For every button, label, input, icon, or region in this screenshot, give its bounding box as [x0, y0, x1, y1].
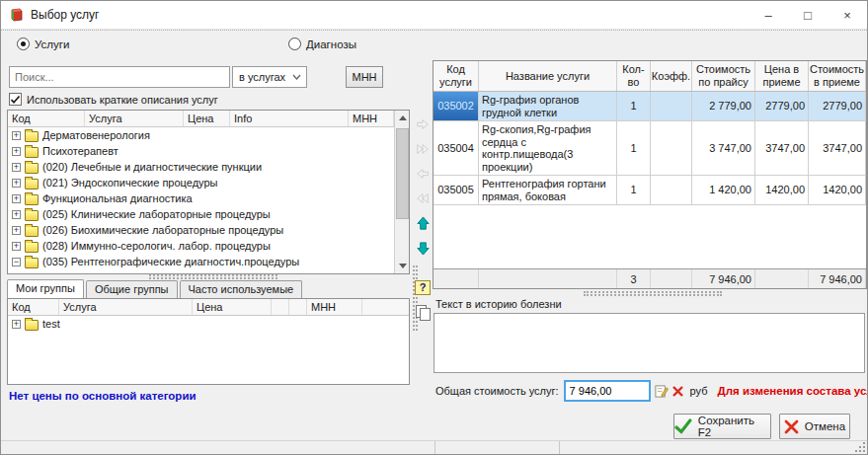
right-splitter-handle[interactable] [584, 291, 722, 296]
mnn-button[interactable]: МНН [346, 66, 383, 88]
tree-column-header[interactable]: МНН [349, 111, 394, 126]
total-cost-row: Общая стоимость услуг: руб Для изменения… [435, 379, 867, 403]
move-up-button[interactable] [413, 213, 433, 233]
copy-icon [416, 305, 430, 319]
tree-item[interactable]: +(025) Клинические лабораторные процедур… [8, 206, 394, 222]
totals-cell: 3 [617, 269, 651, 288]
cancel-x-icon [784, 419, 799, 434]
scroll-down-icon[interactable] [395, 259, 410, 273]
services-column-header[interactable]: Кол- во [617, 61, 651, 91]
group-item[interactable]: +test [8, 316, 409, 332]
tree-column-header[interactable]: Код [8, 111, 85, 126]
tree-item[interactable]: +Дерматовенерология [8, 127, 394, 143]
move-all-right-button[interactable] [413, 139, 433, 159]
folder-icon [25, 131, 39, 142]
diagnoses-radio-label: Диагнозы [306, 38, 356, 50]
tab-my-groups[interactable]: Мои группы [7, 279, 84, 298]
status-cell-1 [1, 441, 435, 454]
group-item-label: test [42, 318, 60, 330]
tree-column-header[interactable]: Цена [184, 111, 230, 126]
title-bar: Выбор услуг – □ × [1, 1, 867, 30]
expand-icon[interactable]: + [12, 147, 21, 156]
groups-column-header[interactable]: Услуга [59, 299, 193, 315]
cancel-button[interactable]: Отмена [779, 414, 850, 439]
groups-column-header[interactable] [272, 299, 289, 315]
minimize-button[interactable]: – [749, 1, 788, 30]
top-splitter [1, 30, 867, 31]
left-splitter-handle[interactable] [149, 274, 277, 279]
tree-item[interactable]: +Психотерапевт [8, 143, 394, 159]
services-radio-label: Услуги [35, 38, 69, 50]
expand-icon[interactable]: + [12, 131, 21, 140]
tree-item-child[interactable]: 035 Rg-скопия грудной [8, 269, 394, 273]
total-cost-input[interactable] [564, 380, 651, 402]
chevron-down-icon [292, 74, 301, 80]
tree-item[interactable]: +(021) Эндоскопические процедуры [8, 175, 394, 190]
service-tree-header: КодУслугаЦенаInfoМНН [8, 111, 409, 127]
groups-body: +test [8, 316, 409, 384]
move-all-left-button[interactable] [413, 189, 433, 208]
tree-column-header[interactable]: Услуга [85, 111, 184, 126]
tree-item[interactable]: +Функциональная диагностика [8, 190, 394, 206]
resize-grip[interactable] [854, 441, 866, 453]
services-column-header[interactable]: Код услуги [434, 61, 479, 91]
services-column-header[interactable]: Цена в приеме [755, 61, 809, 91]
help-button[interactable]: ? [413, 277, 433, 297]
totals-cell [434, 269, 479, 288]
maximize-button[interactable]: □ [788, 1, 828, 30]
tree-item[interactable]: −(035) Рентгенографические диагностич.пр… [8, 254, 394, 269]
tab-common-groups[interactable]: Общие группы [86, 280, 178, 298]
services-column-header[interactable]: Коэфф. [651, 61, 692, 91]
tree-item[interactable]: +(020) Лечебные и диагностические пункци… [8, 159, 394, 175]
folder-icon [25, 242, 39, 253]
copy-button[interactable] [413, 302, 433, 322]
tree-scrollbar[interactable] [394, 111, 409, 273]
expand-icon[interactable]: + [12, 226, 21, 235]
clear-button[interactable] [671, 381, 684, 401]
expand-icon[interactable]: + [12, 320, 21, 329]
tab-frequently-used[interactable]: Часто используемые [180, 280, 303, 298]
search-input[interactable] [9, 66, 230, 88]
expand-icon[interactable]: + [12, 179, 21, 188]
app-icon [9, 7, 25, 23]
groups-column-header[interactable]: Код [8, 299, 59, 315]
close-button[interactable]: × [828, 1, 867, 30]
groups-column-header[interactable]: Цена [193, 299, 272, 315]
tree-item-label: Психотерапевт [42, 145, 118, 157]
move-down-button[interactable] [413, 238, 433, 258]
groups-column-header[interactable] [289, 299, 307, 315]
service-row[interactable]: 035004Rg-скопия,Rg-графия сердца с контр… [434, 121, 866, 176]
cost-in-appt-cell: 1420,00 [809, 176, 866, 204]
move-left-button[interactable] [413, 164, 433, 184]
save-button[interactable]: Сохранить F2 [673, 414, 771, 439]
price-in-appt-cell: 3747,00 [755, 121, 809, 175]
services-column-header[interactable]: Стоимость в приеме [809, 61, 866, 91]
scope-select[interactable]: в услугах [232, 66, 307, 88]
service-row[interactable]: 035002Rg-графия органов грудной клетки12… [434, 92, 866, 121]
tree-column-header[interactable]: Info [230, 111, 349, 126]
tree-body: +Дерматовенерология+Психотерапевт+(020) … [8, 127, 394, 273]
scroll-thumb[interactable] [396, 128, 409, 219]
status-cell-3 [560, 441, 867, 454]
scroll-up-icon[interactable] [395, 111, 410, 125]
expand-icon[interactable]: + [12, 242, 21, 251]
help-icon: ? [415, 280, 431, 295]
expand-icon[interactable]: + [12, 163, 21, 172]
diagnoses-radio[interactable]: Диагнозы [288, 38, 356, 50]
expand-icon[interactable]: + [12, 194, 21, 203]
tree-item[interactable]: +(026) Биохимические лабораторные процед… [8, 222, 394, 238]
tree-item[interactable]: +(028) Иммунно-серологич. лабор. процеду… [8, 238, 394, 254]
short-desc-checkbox[interactable]: Использовать краткие описания услуг [9, 93, 218, 106]
edit-button[interactable] [654, 381, 669, 401]
service-row[interactable]: 035005Рентгенография гортани прямая, бок… [434, 176, 866, 205]
pencil-icon [654, 384, 669, 399]
services-column-header[interactable]: Название услуги [479, 61, 617, 91]
services-column-header[interactable]: Стоимость по прайсу [692, 61, 755, 91]
collapse-icon[interactable]: − [12, 258, 21, 266]
folder-icon [25, 258, 39, 268]
history-textarea[interactable] [434, 313, 865, 373]
services-radio[interactable]: Услуги [17, 38, 69, 50]
groups-column-header[interactable]: МНН [307, 299, 362, 315]
expand-icon[interactable]: + [12, 210, 21, 219]
move-right-button[interactable] [413, 114, 433, 134]
